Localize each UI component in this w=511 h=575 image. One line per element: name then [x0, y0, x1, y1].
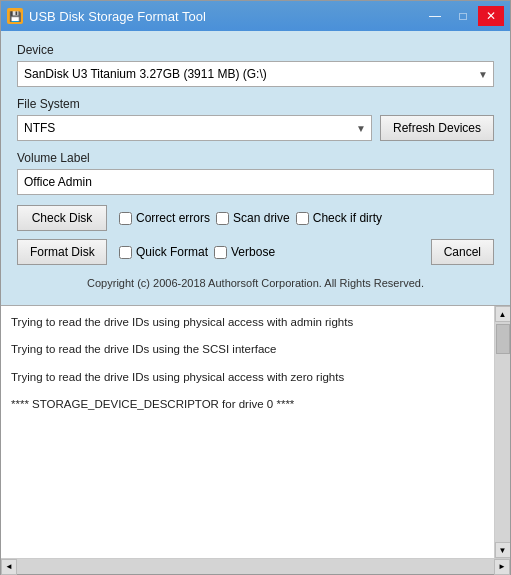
scroll-left-button[interactable]: ◄ — [1, 559, 17, 575]
close-button[interactable]: ✕ — [478, 6, 504, 26]
volume-label-field: Volume Label — [17, 151, 494, 195]
window-title: USB Disk Storage Format Tool — [29, 9, 206, 24]
scroll-thumb-v[interactable] — [496, 324, 510, 354]
log-line-4: **** STORAGE_DEVICE_DESCRIPTOR for drive… — [11, 396, 484, 413]
scroll-up-button[interactable]: ▲ — [495, 306, 511, 322]
copyright-text: Copyright (c) 2006-2018 Authorsoft Corpo… — [17, 273, 494, 293]
verbose-text: Verbose — [231, 245, 275, 259]
quick-format-label[interactable]: Quick Format — [119, 245, 208, 259]
vertical-scrollbar[interactable]: ▲ ▼ — [494, 306, 510, 558]
log-line-3: Trying to read the drive IDs using physi… — [11, 369, 484, 386]
check-if-dirty-text: Check if dirty — [313, 211, 382, 225]
cancel-button[interactable]: Cancel — [431, 239, 494, 265]
check-disk-row: Check Disk Correct errors Scan drive Che… — [17, 205, 494, 231]
filesystem-label: File System — [17, 97, 494, 111]
quick-format-text: Quick Format — [136, 245, 208, 259]
check-if-dirty-label[interactable]: Check if dirty — [296, 211, 382, 225]
maximize-button[interactable]: □ — [450, 6, 476, 26]
scroll-track-v[interactable] — [495, 322, 510, 542]
log-content[interactable]: Trying to read the drive IDs using physi… — [1, 306, 494, 558]
scroll-down-button[interactable]: ▼ — [495, 542, 511, 558]
minimize-button[interactable]: — — [422, 6, 448, 26]
quick-format-checkbox[interactable] — [119, 246, 132, 259]
correct-errors-checkbox[interactable] — [119, 212, 132, 225]
log-line-1: Trying to read the drive IDs using physi… — [11, 314, 484, 331]
filesystem-select[interactable]: NTFSFAT32FATexFAT — [17, 115, 372, 141]
filesystem-field: File System NTFSFAT32FATexFAT ▼ Refresh … — [17, 97, 494, 141]
correct-errors-label[interactable]: Correct errors — [119, 211, 210, 225]
device-field: Device SanDisk U3 Titanium 3.27GB (3911 … — [17, 43, 494, 87]
scan-drive-checkbox[interactable] — [216, 212, 229, 225]
verbose-checkbox[interactable] — [214, 246, 227, 259]
device-select[interactable]: SanDisk U3 Titanium 3.27GB (3911 MB) (G:… — [17, 61, 494, 87]
app-icon: 💾 — [7, 8, 23, 24]
scroll-track-h[interactable] — [17, 559, 494, 574]
main-content: Device SanDisk U3 Titanium 3.27GB (3911 … — [1, 31, 510, 305]
title-bar-left: 💾 USB Disk Storage Format Tool — [7, 8, 206, 24]
check-if-dirty-checkbox[interactable] — [296, 212, 309, 225]
log-line-2: Trying to read the drive IDs using the S… — [11, 341, 484, 358]
window-controls: — □ ✕ — [422, 6, 504, 26]
log-area: Trying to read the drive IDs using physi… — [1, 305, 510, 558]
scan-drive-text: Scan drive — [233, 211, 290, 225]
device-select-wrapper: SanDisk U3 Titanium 3.27GB (3911 MB) (G:… — [17, 61, 494, 87]
horizontal-scrollbar[interactable]: ◄ ► — [1, 558, 510, 574]
scan-drive-label[interactable]: Scan drive — [216, 211, 290, 225]
check-disk-button[interactable]: Check Disk — [17, 205, 107, 231]
main-window: 💾 USB Disk Storage Format Tool — □ ✕ Dev… — [0, 0, 511, 575]
format-disk-row: Format Disk Quick Format Verbose Cancel — [17, 239, 494, 265]
refresh-devices-button[interactable]: Refresh Devices — [380, 115, 494, 141]
scroll-right-button[interactable]: ► — [494, 559, 510, 575]
verbose-label[interactable]: Verbose — [214, 245, 275, 259]
filesystem-select-wrapper: NTFSFAT32FATexFAT ▼ — [17, 115, 372, 141]
title-bar: 💾 USB Disk Storage Format Tool — □ ✕ — [1, 1, 510, 31]
format-disk-button[interactable]: Format Disk — [17, 239, 107, 265]
device-label: Device — [17, 43, 494, 57]
volume-label-label: Volume Label — [17, 151, 494, 165]
filesystem-row: NTFSFAT32FATexFAT ▼ Refresh Devices — [17, 115, 494, 141]
volume-label-input[interactable] — [17, 169, 494, 195]
correct-errors-text: Correct errors — [136, 211, 210, 225]
